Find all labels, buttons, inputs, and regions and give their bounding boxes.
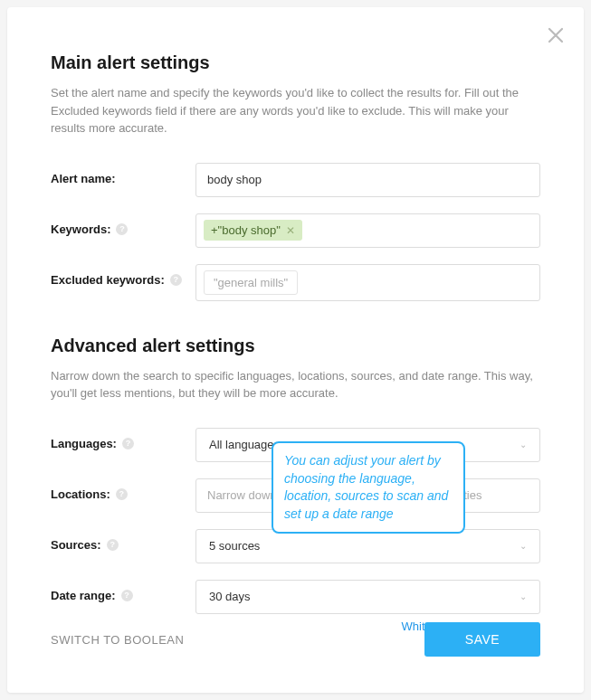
chevron-down-icon: ⌄: [520, 440, 527, 449]
help-icon[interactable]: ?: [122, 438, 134, 449]
remove-tag-icon[interactable]: ✕: [286, 224, 295, 237]
help-icon[interactable]: ?: [116, 488, 128, 500]
save-button[interactable]: SAVE: [424, 622, 540, 657]
chevron-down-icon: ⌄: [520, 591, 527, 601]
date-range-label: Date range: ?: [51, 580, 195, 602]
help-icon[interactable]: ?: [107, 539, 119, 551]
locations-label: Locations: ?: [51, 478, 195, 501]
help-icon[interactable]: ?: [170, 274, 182, 286]
switch-to-boolean-link[interactable]: SWITCH TO BOOLEAN: [51, 633, 184, 647]
excluded-keywords-input[interactable]: "general mills": [195, 264, 540, 301]
help-icon[interactable]: ?: [116, 223, 128, 235]
alert-settings-modal: Main alert settings Set the alert name a…: [7, 7, 584, 693]
main-title: Main alert settings: [51, 52, 540, 73]
keyword-tag: +"body shop" ✕: [204, 220, 302, 241]
date-range-select[interactable]: 30 days ⌄: [195, 580, 540, 614]
keywords-input[interactable]: +"body shop" ✕: [195, 213, 540, 248]
main-description: Set the alert name and specify the keywo…: [51, 84, 540, 137]
sources-select[interactable]: 5 sources ⌄: [195, 529, 540, 563]
help-icon[interactable]: ?: [121, 590, 133, 601]
alert-name-input[interactable]: [195, 163, 540, 197]
close-icon[interactable]: [548, 27, 564, 43]
excluded-keywords-label: Excluded keywords: ?: [51, 264, 195, 287]
keywords-label: Keywords: ?: [51, 213, 195, 236]
excluded-placeholder-pill: "general mills": [204, 270, 298, 295]
instruction-tooltip: You can adjust your alert by choosing th…: [272, 441, 465, 534]
advanced-title: Advanced alert settings: [51, 336, 540, 356]
chevron-down-icon: ⌄: [520, 541, 527, 551]
sources-label: Sources: ?: [51, 529, 195, 552]
advanced-description: Narrow down the search to specific langu…: [51, 367, 540, 402]
languages-label: Languages: ?: [51, 428, 195, 450]
alert-name-label: Alert name:: [51, 163, 195, 185]
